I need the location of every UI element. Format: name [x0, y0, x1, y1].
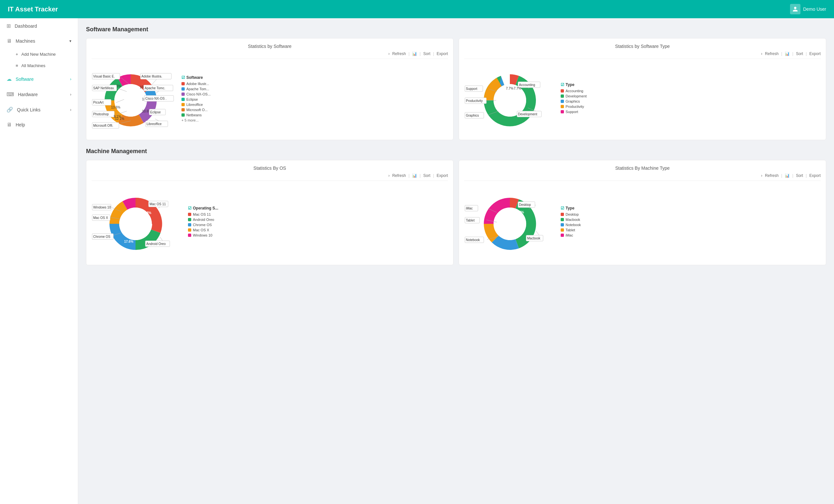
legend-item: Chrome OS	[188, 223, 218, 227]
svg-text:Visual Basic E.: Visual Basic E.	[93, 74, 115, 78]
chevron-right-icon: ›	[70, 77, 71, 82]
legend-title-os: ☑ Operating S...	[188, 206, 218, 211]
software-donut-2: Support Productivity Graphics	[464, 63, 555, 135]
svg-text:41.2%: 41.2%	[516, 223, 525, 227]
help-icon: 🖥	[6, 122, 12, 128]
legend-item: Mac OS X	[188, 228, 218, 232]
svg-line-23	[151, 79, 157, 86]
sidebar-label-software: Software	[16, 76, 34, 82]
svg-text:Photoshop: Photoshop	[93, 112, 109, 116]
software-chart1-title: Statistics by Software	[91, 44, 448, 49]
refresh-btn2[interactable]: Refresh	[765, 51, 778, 56]
svg-text:Chrome OS: Chrome OS	[93, 235, 110, 239]
machine-chart1-title: Statistics By OS	[91, 166, 448, 171]
svg-text:Apache Tomc.: Apache Tomc.	[145, 86, 165, 90]
expand-icon: ›	[388, 51, 390, 56]
chart-bar-icon3[interactable]: 📊	[412, 173, 417, 178]
svg-text:12.1%: 12.1%	[115, 117, 124, 120]
svg-text:Eclipse: Eclipse	[150, 110, 161, 114]
svg-text:Graphics: Graphics	[466, 114, 479, 117]
export-btn2[interactable]: Export	[809, 51, 821, 56]
chart-bar-icon2[interactable]: 📊	[785, 51, 790, 56]
sort-btn3[interactable]: Sort	[423, 173, 430, 178]
machine-chart-1: Statistics By OS › Refresh | 📊 | Sort | …	[86, 160, 454, 265]
legend-title-machine-type: ☑ Type	[561, 206, 581, 211]
software-chart2-legend: ☑ Type Accounting Development Graphics P…	[561, 83, 587, 115]
sidebar-item-machines[interactable]: 🖥 Machines ▾	[0, 34, 78, 48]
svg-text:11.8%: 11.8%	[142, 211, 151, 215]
machine-chart1-legend: ☑ Operating S... Mac OS 11 Android Oreo …	[188, 206, 218, 239]
svg-text:Microsoft Offi.: Microsoft Offi.	[93, 124, 113, 127]
svg-text:Development: Development	[518, 112, 537, 116]
svg-text:PicsArt: PicsArt	[93, 101, 104, 104]
sidebar-label-all-machines: All Machines	[22, 63, 46, 68]
expand-icon3: ›	[388, 173, 390, 178]
svg-text:Support: Support	[466, 87, 477, 91]
svg-text:11.8%: 11.8%	[515, 211, 524, 214]
sidebar-item-dashboard[interactable]: ⊞ Dashboard	[0, 18, 78, 34]
svg-text:Macbook: Macbook	[527, 237, 541, 240]
export-btn3[interactable]: Export	[437, 173, 448, 178]
legend-item: Accounting	[561, 89, 587, 93]
machine-chart1-body: Windows 10 Mac OS X Chrome OS	[91, 185, 448, 260]
legend-item: Apache Tom...	[181, 87, 211, 91]
sort-btn[interactable]: Sort	[423, 51, 430, 56]
chevron-right-icon-ql: ›	[70, 108, 71, 112]
refresh-btn4[interactable]: Refresh	[765, 173, 778, 178]
machine-section: Machine Management Statistics By OS › Re…	[86, 148, 826, 265]
sidebar-item-quick-links[interactable]: 🔗 Quick Links ›	[0, 102, 78, 117]
svg-text:Android Oreo: Android Oreo	[146, 242, 166, 246]
legend-item: Productivity	[561, 105, 587, 109]
svg-line-69	[160, 237, 162, 241]
software-charts-row: Statistics by Software › Refresh | 📊 | S…	[86, 38, 826, 140]
machine-charts-row: Statistics By OS › Refresh | 📊 | Sort | …	[86, 160, 826, 265]
link-icon: 🔗	[6, 107, 13, 113]
sort-btn2[interactable]: Sort	[796, 51, 803, 56]
app-title: IT Asset Tracker	[8, 5, 58, 13]
machine-chart-2: Statistics By Machine Type › Refresh | 📊…	[459, 160, 826, 265]
svg-text:Notebook: Notebook	[466, 238, 480, 242]
legend-item: Desktop	[561, 213, 581, 216]
svg-text:Windows 10: Windows 10	[93, 205, 111, 209]
sidebar-item-help[interactable]: 🖥 Help	[0, 117, 78, 132]
hardware-icon: ⌨	[6, 91, 14, 97]
machine-chart2-title: Statistics By Machine Type	[464, 166, 821, 171]
sidebar-item-add-machine[interactable]: + Add New Machine	[0, 48, 78, 60]
svg-text:Tablet: Tablet	[466, 219, 475, 222]
chart-bar-icon[interactable]: 📊	[412, 51, 417, 56]
software-chart2-title: Statistics by Software Type	[464, 44, 821, 49]
legend-more: + 5 more...	[181, 118, 211, 122]
legend-item: Support	[561, 110, 587, 114]
chart-bar-icon4[interactable]: 📊	[785, 173, 790, 178]
machine-section-title: Machine Management	[86, 148, 826, 155]
software-chart1-legend: ☑ Software Adobe Illustr... Apache Tom..…	[181, 75, 211, 122]
svg-text:Libreoffice: Libreoffice	[147, 122, 161, 126]
software-chart1-body: Visual Basic E. 7.6% SAP NetWeav. PicsAr…	[91, 63, 448, 135]
sidebar: ⊞ Dashboard 🖥 Machines ▾ + Add New Machi…	[0, 18, 78, 504]
software-chart2-toolbar: › Refresh | 📊 | Sort | Export	[464, 51, 821, 59]
sidebar-item-all-machines[interactable]: ≡ All Machines	[0, 60, 78, 71]
svg-text:Cisco NX-OS .: Cisco NX-OS .	[145, 97, 167, 100]
legend-item: Macbook	[561, 218, 581, 222]
sort-btn4[interactable]: Sort	[796, 173, 803, 178]
refresh-btn3[interactable]: Refresh	[392, 173, 406, 178]
sidebar-item-hardware[interactable]: ⌨ Hardware ›	[0, 87, 78, 102]
svg-line-87	[536, 231, 539, 235]
app-header: IT Asset Tracker Demo User	[0, 0, 834, 18]
main-content: Software Management Statistics by Softwa…	[78, 18, 834, 504]
software-chart2-body: Support Productivity Graphics	[464, 63, 821, 135]
export-btn4[interactable]: Export	[809, 173, 821, 178]
svg-text:17.6%: 17.6%	[124, 240, 133, 243]
sidebar-item-software[interactable]: ☁ Software ›	[0, 71, 78, 87]
machine-chart2-legend: ☑ Type Desktop Macbook Notebook Tablet i…	[561, 206, 581, 239]
sidebar-label-add-machine: Add New Machine	[22, 52, 56, 57]
svg-text:13.6%: 13.6%	[111, 106, 120, 109]
add-icon: +	[16, 52, 18, 57]
export-btn[interactable]: Export	[437, 51, 448, 56]
refresh-btn[interactable]: Refresh	[392, 51, 406, 56]
svg-text:Adobe Illustra.: Adobe Illustra.	[141, 74, 162, 78]
sidebar-label-hardware: Hardware	[18, 92, 38, 97]
sidebar-label-dashboard: Dashboard	[15, 23, 37, 29]
svg-text:Desktop: Desktop	[519, 203, 531, 206]
chevron-down-icon: ▾	[69, 39, 71, 43]
